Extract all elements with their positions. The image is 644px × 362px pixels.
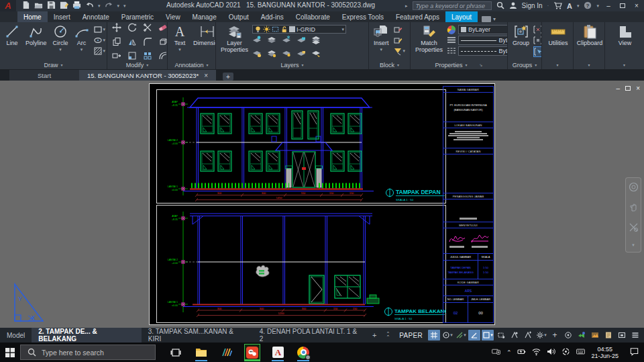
pan-tool-icon[interactable]: [629, 202, 639, 215]
copy-icon[interactable]: [112, 37, 121, 49]
scale-icon[interactable]: [127, 51, 137, 60]
tab-featured-apps[interactable]: Featured Apps: [390, 11, 445, 22]
layout-tab-model[interactable]: Model: [0, 328, 32, 343]
help-icon[interactable]: ?: [584, 1, 592, 11]
layer-make-current-icon[interactable]: [252, 48, 262, 60]
taskbar-clock[interactable]: 04:55 21-Jun-25: [591, 346, 619, 359]
task-view-button[interactable]: [168, 344, 184, 361]
layer-freeze-icon[interactable]: [282, 35, 291, 47]
tray-expand-icon[interactable]: ⌃: [506, 349, 512, 356]
search-icon[interactable]: [496, 1, 504, 11]
close-button[interactable]: ×: [632, 2, 641, 10]
user-icon[interactable]: [509, 1, 517, 11]
offset-icon[interactable]: [158, 51, 167, 60]
layer-copy-objects-icon[interactable]: [267, 48, 276, 60]
stretch-icon[interactable]: [112, 51, 121, 60]
redo-icon[interactable]: [105, 1, 113, 11]
annotation-scale-plus-icon[interactable]: +: [549, 330, 561, 341]
rotate-icon[interactable]: [127, 23, 137, 35]
navigation-wheel-icon[interactable]: [629, 182, 639, 195]
workspace-gear-icon[interactable]: ▾: [535, 330, 547, 341]
undo-icon[interactable]: [85, 1, 94, 11]
isolate-objects-icon[interactable]: [562, 330, 574, 341]
navbar-dropdown-icon[interactable]: ▾: [632, 242, 635, 248]
doc-close-icon[interactable]: ×: [636, 85, 640, 92]
tab-home[interactable]: Home: [17, 11, 48, 22]
tab-annotate[interactable]: Annotate: [76, 11, 115, 22]
update-orchestrator-icon[interactable]: [561, 347, 570, 359]
layout-tab-3[interactable]: 3. TAMPAK SAM...KANAN & KIRI: [142, 328, 253, 343]
chrome-button[interactable]: [295, 344, 311, 361]
panel-label-modify[interactable]: Modify▾: [107, 60, 167, 69]
ungroup-icon[interactable]: [533, 25, 541, 34]
view-button[interactable]: View: [616, 24, 635, 60]
redo-dropdown-icon[interactable]: ▾: [117, 3, 120, 9]
linetype-dropdown[interactable]: ByLayer▾: [458, 46, 507, 56]
properties-dialog-launcher-icon[interactable]: ⇘: [480, 62, 483, 67]
tab-express-tools[interactable]: Express Tools: [336, 11, 390, 22]
panel-label-block[interactable]: Block▾: [369, 60, 410, 69]
panel-label-layers[interactable]: Layers▾: [216, 60, 368, 69]
autocad-taskbar-button[interactable]: A: [270, 344, 286, 361]
ellipse-tool-icon[interactable]: ▾: [93, 36, 106, 45]
move-icon[interactable]: [112, 23, 121, 35]
layout-tab-2-active[interactable]: 2. TAMPAK DE... & BELAKANG: [32, 328, 142, 343]
cast-display-icon[interactable]: [492, 347, 500, 359]
grid-display-icon[interactable]: [428, 330, 440, 341]
layer-properties-button[interactable]: LayerProperties: [219, 24, 250, 60]
open-folder-icon[interactable]: [34, 1, 43, 11]
snap-mode-icon[interactable]: ▾: [441, 330, 453, 341]
sign-in-dropdown-icon[interactable]: ·: [547, 3, 549, 8]
panel-label-view[interactable]: ▾: [605, 60, 643, 69]
object-snap-icon[interactable]: ▾: [482, 330, 494, 341]
text-button[interactable]: A Text▾: [170, 24, 189, 60]
taskbar-search[interactable]: [20, 345, 156, 360]
circle-button[interactable]: Circle▾: [51, 24, 70, 60]
selection-cycling-icon[interactable]: [495, 330, 507, 341]
help-search-input[interactable]: [413, 1, 492, 10]
panel-label-clipboard[interactable]: ▾: [574, 60, 604, 69]
graphics-performance-icon[interactable]: [589, 330, 601, 341]
tab-view[interactable]: View: [160, 11, 186, 22]
tab-parametric[interactable]: Parametric: [115, 11, 160, 22]
tab-manage[interactable]: Manage: [186, 11, 223, 22]
layer-dropdown-arrow-icon[interactable]: ▾: [342, 27, 345, 32]
clipboard-button[interactable]: Clipboard: [575, 24, 604, 60]
sign-in-label[interactable]: Sign In: [522, 2, 543, 9]
stripes-app-button[interactable]: [219, 344, 235, 361]
panel-label-utilities[interactable]: ▾: [542, 60, 573, 69]
group-selection-toggle-icon[interactable]: [533, 46, 541, 57]
customize-menu-icon[interactable]: [629, 330, 641, 341]
rectangle-tool-icon[interactable]: ▾: [93, 25, 106, 34]
save-icon[interactable]: [47, 1, 56, 11]
viewport-front-elevation[interactable]: ATAP+8.35 LANTAI 2+4.00 LANTAI 1±0.00: [156, 89, 446, 203]
battery-icon[interactable]: [517, 347, 526, 359]
ortho-polar-icon[interactable]: [468, 330, 480, 341]
dimension-button[interactable]: Dimension: [191, 24, 215, 60]
block-create-icon[interactable]: ▾: [393, 46, 406, 56]
save-as-icon[interactable]: [60, 1, 68, 11]
new-drawing-tab-button[interactable]: +: [223, 73, 233, 81]
tab-insert[interactable]: Insert: [48, 11, 76, 22]
layer-dropdown[interactable]: I-GRID ▾: [252, 25, 346, 34]
layer-off-icon[interactable]: [252, 35, 262, 47]
trim-icon[interactable]: [143, 23, 152, 35]
layer-match-icon[interactable]: [311, 35, 321, 47]
layer-off-objects-icon[interactable]: [311, 48, 321, 60]
annotation-autoscale-icon[interactable]: [522, 330, 534, 341]
keyboard-layout-icon[interactable]: [576, 347, 585, 359]
gom-player-button[interactable]: [244, 344, 260, 361]
volume-icon[interactable]: [547, 347, 555, 359]
doc-minimize-icon[interactable]: –: [616, 85, 621, 92]
taskbar-search-input[interactable]: [42, 349, 142, 357]
panel-label-groups[interactable]: Groups▾: [508, 60, 541, 69]
group-edit-icon[interactable]: [533, 36, 541, 45]
layout-tab-4[interactable]: 4. DENAH POLA LANTAI LT. 1 & 2: [253, 328, 367, 343]
fillet-icon[interactable]: [143, 37, 152, 49]
qat-customize-icon[interactable]: ▾: [123, 3, 126, 9]
panel-label-properties[interactable]: Properties▾⇘: [411, 60, 507, 69]
autodesk-app-dropdown-icon[interactable]: ▾: [577, 3, 580, 9]
file-tab-active-doc[interactable]: 15. BANGUNAN KANTOR - 30052023* ×: [79, 70, 216, 81]
erase-icon[interactable]: [158, 23, 167, 35]
viewport-back-elevation[interactable]: ATAP+8.35 LANTAI 2+4.00 LANTAI 1±0.00: [156, 205, 446, 323]
